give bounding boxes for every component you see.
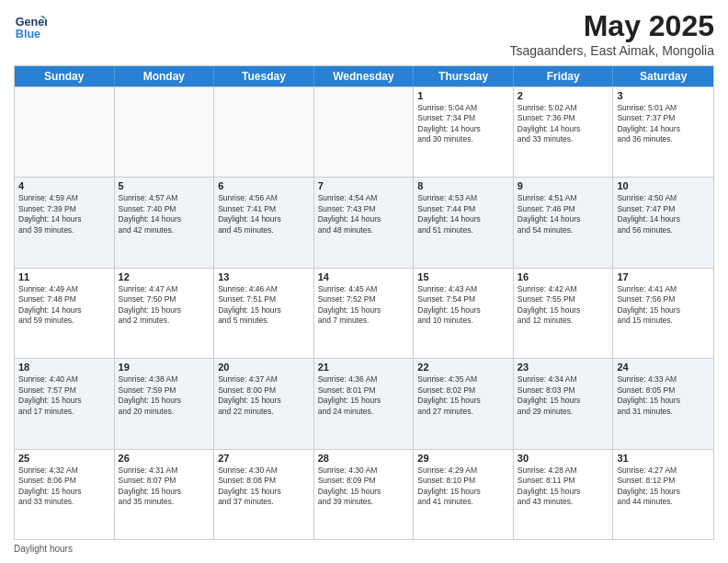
- cell-info: Sunrise: 4:28 AM Sunset: 8:11 PM Dayligh…: [518, 465, 609, 508]
- day-cell-21: 21Sunrise: 4:36 AM Sunset: 8:01 PM Dayli…: [314, 359, 415, 448]
- day-number: 22: [417, 362, 509, 373]
- day-number: 26: [119, 453, 210, 464]
- month-title: May 2025: [509, 9, 714, 43]
- day-number: 1: [417, 90, 509, 101]
- logo: General Blue: [14, 9, 51, 42]
- day-cell-7: 7Sunrise: 4:54 AM Sunset: 7:43 PM Daylig…: [314, 178, 415, 267]
- cell-info: Sunrise: 4:37 AM Sunset: 8:00 PM Dayligh…: [218, 374, 310, 417]
- day-cell-19: 19Sunrise: 4:38 AM Sunset: 7:59 PM Dayli…: [115, 359, 215, 448]
- header-day-thursday: Thursday: [414, 66, 514, 86]
- cell-info: Sunrise: 4:29 AM Sunset: 8:10 PM Dayligh…: [417, 465, 509, 508]
- cell-info: Sunrise: 4:50 AM Sunset: 7:47 PM Dayligh…: [617, 193, 710, 236]
- cell-info: Sunrise: 4:47 AM Sunset: 7:50 PM Dayligh…: [119, 284, 210, 327]
- calendar-body: 1Sunrise: 5:04 AM Sunset: 7:34 PM Daylig…: [15, 86, 713, 539]
- calendar-row-4: 25Sunrise: 4:32 AM Sunset: 8:06 PM Dayli…: [15, 449, 713, 539]
- day-cell-28: 28Sunrise: 4:30 AM Sunset: 8:09 PM Dayli…: [314, 450, 415, 539]
- calendar-row-0: 1Sunrise: 5:04 AM Sunset: 7:34 PM Daylig…: [15, 86, 713, 177]
- cell-info: Sunrise: 4:42 AM Sunset: 7:55 PM Dayligh…: [518, 284, 609, 327]
- cell-info: Sunrise: 4:31 AM Sunset: 8:07 PM Dayligh…: [119, 465, 210, 508]
- day-number: 19: [119, 362, 210, 373]
- cell-info: Sunrise: 4:34 AM Sunset: 8:03 PM Dayligh…: [518, 374, 609, 417]
- calendar-row-1: 4Sunrise: 4:59 AM Sunset: 7:39 PM Daylig…: [15, 177, 713, 267]
- cell-info: Sunrise: 4:59 AM Sunset: 7:39 PM Dayligh…: [18, 193, 110, 236]
- empty-cell: [314, 87, 415, 177]
- day-cell-14: 14Sunrise: 4:45 AM Sunset: 7:52 PM Dayli…: [314, 269, 415, 358]
- day-number: 30: [518, 453, 609, 464]
- day-number: 14: [318, 271, 410, 282]
- cell-info: Sunrise: 4:38 AM Sunset: 7:59 PM Dayligh…: [119, 374, 210, 417]
- page: General Blue May 2025 Tsagaanders, East …: [0, 0, 728, 563]
- day-number: 11: [18, 271, 110, 282]
- cell-info: Sunrise: 4:30 AM Sunset: 8:09 PM Dayligh…: [318, 465, 410, 508]
- day-cell-20: 20Sunrise: 4:37 AM Sunset: 8:00 PM Dayli…: [214, 359, 314, 448]
- footer-note: Daylight hours: [14, 544, 714, 554]
- day-number: 23: [518, 362, 609, 373]
- day-cell-22: 22Sunrise: 4:35 AM Sunset: 8:02 PM Dayli…: [414, 359, 514, 448]
- empty-cell: [115, 87, 215, 177]
- day-cell-31: 31Sunrise: 4:27 AM Sunset: 8:12 PM Dayli…: [613, 450, 713, 539]
- cell-info: Sunrise: 5:04 AM Sunset: 7:34 PM Dayligh…: [417, 103, 509, 145]
- title-area: May 2025 Tsagaanders, East Aimak, Mongol…: [509, 9, 714, 58]
- day-number: 20: [218, 362, 310, 373]
- day-cell-11: 11Sunrise: 4:49 AM Sunset: 7:48 PM Dayli…: [15, 269, 115, 358]
- cell-info: Sunrise: 4:57 AM Sunset: 7:40 PM Dayligh…: [119, 193, 210, 236]
- day-number: 10: [617, 180, 710, 191]
- day-number: 25: [18, 453, 110, 464]
- header-day-tuesday: Tuesday: [214, 66, 314, 86]
- day-cell-15: 15Sunrise: 4:43 AM Sunset: 7:54 PM Dayli…: [414, 269, 514, 358]
- empty-cell: [15, 87, 115, 177]
- day-cell-5: 5Sunrise: 4:57 AM Sunset: 7:40 PM Daylig…: [115, 178, 215, 267]
- day-cell-16: 16Sunrise: 4:42 AM Sunset: 7:55 PM Dayli…: [514, 269, 614, 358]
- day-number: 27: [218, 453, 310, 464]
- location: Tsagaanders, East Aimak, Mongolia: [509, 43, 714, 58]
- day-cell-8: 8Sunrise: 4:53 AM Sunset: 7:44 PM Daylig…: [414, 178, 514, 267]
- day-number: 31: [617, 453, 710, 464]
- cell-info: Sunrise: 4:45 AM Sunset: 7:52 PM Dayligh…: [318, 284, 410, 327]
- cell-info: Sunrise: 4:51 AM Sunset: 7:46 PM Dayligh…: [518, 193, 609, 236]
- day-cell-9: 9Sunrise: 4:51 AM Sunset: 7:46 PM Daylig…: [514, 178, 614, 267]
- day-cell-10: 10Sunrise: 4:50 AM Sunset: 7:47 PM Dayli…: [613, 178, 713, 267]
- day-number: 15: [417, 271, 509, 282]
- day-cell-26: 26Sunrise: 4:31 AM Sunset: 8:07 PM Dayli…: [115, 450, 215, 539]
- day-cell-1: 1Sunrise: 5:04 AM Sunset: 7:34 PM Daylig…: [414, 87, 514, 177]
- day-number: 5: [119, 180, 210, 191]
- day-number: 24: [617, 362, 710, 373]
- header-day-monday: Monday: [115, 66, 215, 86]
- day-number: 2: [518, 90, 609, 101]
- cell-info: Sunrise: 4:27 AM Sunset: 8:12 PM Dayligh…: [617, 465, 710, 508]
- day-cell-24: 24Sunrise: 4:33 AM Sunset: 8:05 PM Dayli…: [613, 359, 713, 448]
- cell-info: Sunrise: 5:01 AM Sunset: 7:37 PM Dayligh…: [617, 103, 710, 145]
- svg-text:Blue: Blue: [16, 28, 40, 40]
- day-cell-27: 27Sunrise: 4:30 AM Sunset: 8:08 PM Dayli…: [214, 450, 314, 539]
- cell-info: Sunrise: 4:56 AM Sunset: 7:41 PM Dayligh…: [218, 193, 310, 236]
- day-number: 28: [318, 453, 410, 464]
- calendar: SundayMondayTuesdayWednesdayThursdayFrid…: [14, 65, 714, 540]
- header: General Blue May 2025 Tsagaanders, East …: [14, 9, 714, 58]
- day-number: 7: [318, 180, 410, 191]
- header-day-sunday: Sunday: [15, 66, 115, 86]
- day-number: 4: [18, 180, 110, 191]
- day-cell-17: 17Sunrise: 4:41 AM Sunset: 7:56 PM Dayli…: [613, 269, 713, 358]
- cell-info: Sunrise: 4:43 AM Sunset: 7:54 PM Dayligh…: [417, 284, 509, 327]
- day-number: 3: [617, 90, 710, 101]
- cell-info: Sunrise: 4:33 AM Sunset: 8:05 PM Dayligh…: [617, 374, 710, 417]
- day-number: 6: [218, 180, 310, 191]
- day-number: 12: [119, 271, 210, 282]
- cell-info: Sunrise: 4:49 AM Sunset: 7:48 PM Dayligh…: [18, 284, 110, 327]
- cell-info: Sunrise: 4:40 AM Sunset: 7:57 PM Dayligh…: [18, 374, 110, 417]
- cell-info: Sunrise: 4:41 AM Sunset: 7:56 PM Dayligh…: [617, 284, 710, 327]
- day-cell-29: 29Sunrise: 4:29 AM Sunset: 8:10 PM Dayli…: [414, 450, 514, 539]
- day-number: 13: [218, 271, 310, 282]
- calendar-header: SundayMondayTuesdayWednesdayThursdayFrid…: [15, 66, 713, 86]
- cell-info: Sunrise: 4:53 AM Sunset: 7:44 PM Dayligh…: [417, 193, 509, 236]
- header-day-saturday: Saturday: [613, 66, 713, 86]
- day-cell-3: 3Sunrise: 5:01 AM Sunset: 7:37 PM Daylig…: [613, 87, 713, 177]
- cell-info: Sunrise: 4:35 AM Sunset: 8:02 PM Dayligh…: [417, 374, 509, 417]
- day-cell-4: 4Sunrise: 4:59 AM Sunset: 7:39 PM Daylig…: [15, 178, 115, 267]
- day-number: 29: [417, 453, 509, 464]
- day-cell-18: 18Sunrise: 4:40 AM Sunset: 7:57 PM Dayli…: [15, 359, 115, 448]
- day-number: 16: [518, 271, 609, 282]
- day-number: 8: [417, 180, 509, 191]
- day-cell-23: 23Sunrise: 4:34 AM Sunset: 8:03 PM Dayli…: [514, 359, 614, 448]
- day-number: 17: [617, 271, 710, 282]
